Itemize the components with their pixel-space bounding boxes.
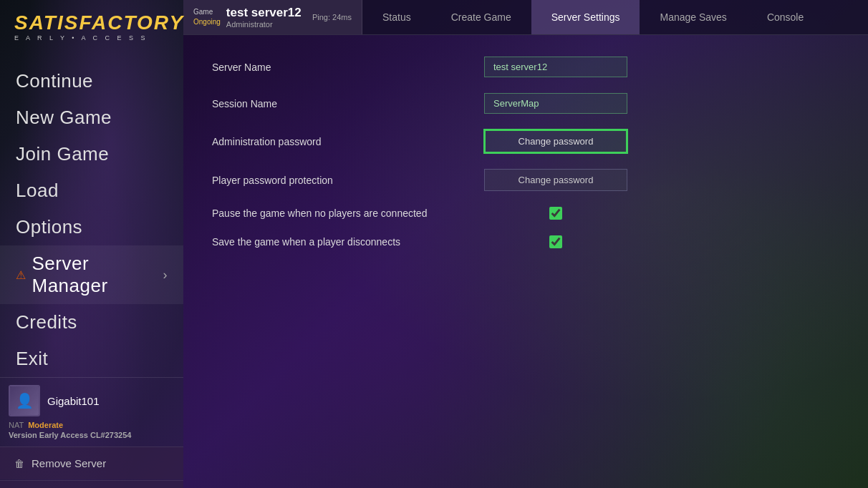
- main-area: Game Ongoing test server12 Administrator…: [183, 0, 868, 488]
- setting-row-pause-game: Pause the game when no players are conne…: [212, 207, 839, 220]
- nat-row: NAT Moderate: [9, 421, 175, 429]
- setting-label-admin-password: Administration password: [212, 136, 470, 147]
- nat-status: Moderate: [28, 421, 63, 429]
- sidebar-item-label: Credits: [16, 311, 77, 333]
- remove-server-label: Remove Server: [32, 457, 106, 469]
- sidebar-item-server-manager[interactable]: ⚠Server Manager›: [0, 245, 183, 304]
- tab-manage-saves[interactable]: Manage Saves: [640, 0, 746, 34]
- tab-create-game[interactable]: Create Game: [431, 0, 531, 34]
- warning-icon: ⚠: [16, 268, 26, 282]
- settings-panel: Server NameSession NameAdministration pa…: [183, 35, 868, 488]
- sidebar-item-options[interactable]: Options: [0, 209, 183, 245]
- logo-subtitle: E A R L Y • A C C E S S: [14, 34, 148, 42]
- server-ping: Ping: 24ms: [312, 13, 352, 21]
- tab-server-settings[interactable]: Server Settings: [531, 0, 640, 34]
- username: Gigabit101: [47, 395, 100, 407]
- sidebar-item-label: New Game: [16, 107, 112, 129]
- nav-menu: ContinueNew GameJoin GameLoadOptions⚠Ser…: [0, 63, 183, 377]
- setting-row-server-name: Server Name: [212, 57, 839, 77]
- version-label: Version: [9, 431, 37, 439]
- add-server-button[interactable]: ＋ Add Server: [0, 480, 183, 488]
- chevron-right-icon: ›: [163, 268, 168, 283]
- user-row: 👤 Gigabit101: [9, 385, 175, 416]
- sidebar: SATISFACTORY E A R L Y • A C C E S S Con…: [0, 0, 183, 488]
- avatar: 👤: [9, 385, 40, 416]
- sidebar-item-credits[interactable]: Credits: [0, 304, 183, 341]
- change-password-btn-player-password[interactable]: Change password: [484, 169, 627, 191]
- sidebar-item-load[interactable]: Load: [0, 172, 183, 209]
- checkbox-save-game[interactable]: [549, 235, 562, 248]
- checkbox-pause-game[interactable]: [549, 207, 562, 220]
- ongoing-label: Ongoing: [193, 17, 221, 27]
- tab-console[interactable]: Console: [747, 0, 824, 34]
- server-admin-label: Administrator: [226, 20, 302, 29]
- server-name-text: test server12: [226, 6, 302, 20]
- setting-input-session-name[interactable]: [484, 93, 627, 114]
- sidebar-item-label: Exit: [16, 348, 48, 370]
- nat-label: NAT: [9, 421, 24, 429]
- game-label: Game: [193, 7, 221, 17]
- logo-area: SATISFACTORY E A R L Y • A C C E S S: [0, 0, 183, 49]
- sidebar-item-label: Join Game: [16, 143, 109, 165]
- setting-label-player-password: Player password protection: [212, 175, 470, 186]
- trash-icon: 🗑: [14, 458, 24, 469]
- sidebar-item-label: Options: [16, 216, 82, 238]
- change-password-btn-admin-password[interactable]: Change password: [484, 130, 627, 153]
- sidebar-item-label: Continue: [16, 70, 93, 92]
- sidebar-item-exit[interactable]: Exit: [0, 341, 183, 377]
- setting-label-session-name: Session Name: [212, 98, 470, 109]
- setting-label-server-name: Server Name: [212, 62, 470, 73]
- setting-label-pause-game: Pause the game when no players are conne…: [212, 208, 470, 219]
- bottom-buttons: 🗑 Remove Server ＋ Add Server: [0, 446, 183, 488]
- sidebar-item-label: Server Manager: [32, 253, 158, 297]
- setting-row-admin-password: Administration passwordChange password: [212, 130, 839, 153]
- server-status: Game Ongoing: [193, 7, 221, 27]
- tabs: StatusCreate GameServer SettingsManage S…: [362, 0, 868, 34]
- version-value: Early Access CL#273254: [39, 431, 132, 439]
- logo-title: SATISFACTORY: [14, 13, 184, 33]
- setting-label-save-game: Save the game when a player disconnects: [212, 236, 470, 248]
- server-name-block: test server12 Administrator: [226, 6, 302, 29]
- sidebar-item-label: Load: [16, 180, 59, 202]
- version-row: Version Early Access CL#273254: [9, 431, 175, 439]
- setting-input-server-name[interactable]: [484, 57, 627, 77]
- tab-status[interactable]: Status: [362, 0, 431, 34]
- setting-row-player-password: Player password protectionChange passwor…: [212, 169, 839, 191]
- top-bar: Game Ongoing test server12 Administrator…: [183, 0, 868, 35]
- server-card: Game Ongoing test server12 Administrator…: [183, 0, 362, 34]
- setting-row-save-game: Save the game when a player disconnects: [212, 235, 839, 248]
- sidebar-item-continue[interactable]: Continue: [0, 63, 183, 99]
- sidebar-item-join-game[interactable]: Join Game: [0, 136, 183, 172]
- sidebar-item-new-game[interactable]: New Game: [0, 99, 183, 136]
- sidebar-footer: 👤 Gigabit101 NAT Moderate Version Early …: [0, 377, 183, 446]
- remove-server-button[interactable]: 🗑 Remove Server: [0, 446, 183, 479]
- setting-row-session-name: Session Name: [212, 93, 839, 114]
